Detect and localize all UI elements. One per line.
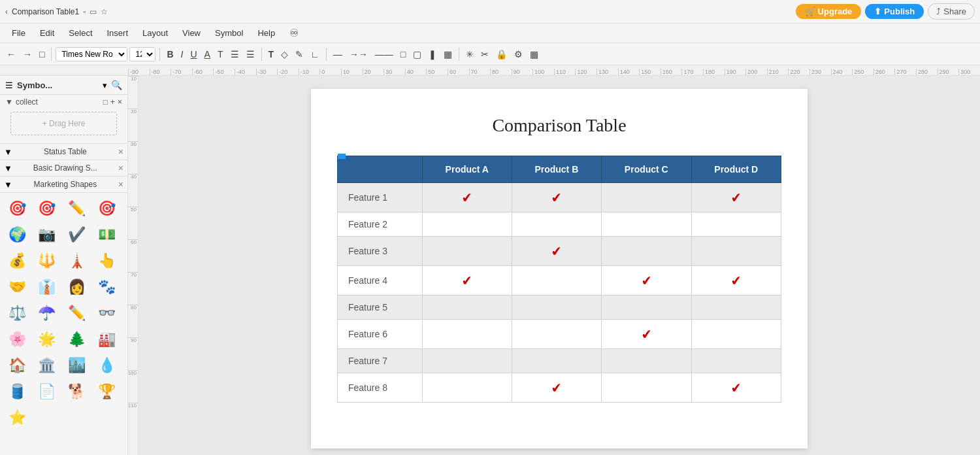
shape-bag[interactable]: 💰 [5, 249, 29, 273]
shape-house[interactable]: 🏠 [5, 354, 29, 377]
shape-trophy[interactable]: 🏆 [95, 380, 118, 403]
shape-barrel[interactable]: 🛢️ [5, 380, 29, 403]
ruler-mark: 0 [319, 69, 341, 75]
ruler-horizontal: -90 -80 -70 -60 -50 -40 -30 -20 -10 0 10… [0, 65, 980, 76]
shape-checkmark[interactable]: ✔️ [65, 223, 89, 246]
text-tool-button[interactable]: T [266, 47, 277, 61]
shape-tree[interactable]: 🌲 [65, 328, 89, 351]
search-icon[interactable]: 🔍 [111, 80, 122, 90]
shape-glasses[interactable]: 👓 [95, 301, 118, 325]
back-icon[interactable]: ‹ [5, 7, 8, 16]
shape-pencil[interactable]: ✏️ [65, 197, 89, 220]
menu-symbol[interactable]: Symbol [208, 26, 250, 40]
shape-fountain[interactable]: 💧 [95, 354, 118, 377]
text-align-button[interactable]: T [215, 47, 226, 61]
shape-target-1[interactable]: 🎯 [5, 197, 29, 220]
shape-pointer[interactable]: 👆 [95, 249, 118, 273]
upgrade-button[interactable]: 🛒 Upgrade [796, 4, 862, 19]
ruler-v-mark: 110 [128, 403, 138, 435]
shape-tool-button[interactable]: ◇ [278, 47, 291, 61]
font-color-button[interactable]: A [202, 47, 213, 61]
shape-umbrella[interactable]: ☂️ [35, 301, 59, 325]
dash-style-button[interactable]: ―― [372, 47, 396, 61]
grid-button[interactable]: ▦ [527, 47, 541, 61]
underline-button[interactable]: U [188, 47, 199, 61]
font-family-select[interactable]: Times New Ro... [56, 47, 127, 61]
collect-expand-window-icon[interactable]: □ [103, 97, 108, 107]
shape-globe[interactable]: 🌍 [5, 223, 29, 246]
shape-sun[interactable]: 🌟 [35, 328, 59, 351]
format-button[interactable]: □ [37, 47, 47, 61]
lock-button[interactable]: 🔒 [493, 47, 510, 61]
shape-money[interactable]: 💵 [95, 223, 118, 246]
star-icon[interactable]: ☆ [101, 7, 108, 16]
menu-layout[interactable]: Layout [136, 26, 174, 40]
shape-target-2[interactable]: 🎯 [35, 197, 59, 220]
shape-paw[interactable]: 🐾 [95, 275, 118, 299]
cell-f7-a [423, 349, 512, 373]
publish-button[interactable]: ⬆ Publish [865, 4, 924, 19]
library-name-marketing[interactable]: Marketing Shapes [33, 180, 97, 189]
shape-pencil-2[interactable]: ✏️ [65, 301, 89, 325]
italic-button[interactable]: I [178, 47, 186, 61]
page-break-button[interactable]: ❚ [426, 47, 439, 61]
expand-icon[interactable]: ▭ [90, 7, 97, 16]
menu-extra[interactable]: ♾ [283, 25, 305, 41]
shape-signpost[interactable]: 🔱 [35, 249, 59, 273]
align-right-button[interactable]: ☰ [244, 47, 257, 61]
collect-add-icon[interactable]: + [110, 97, 115, 107]
library-close-basic[interactable]: × [118, 163, 123, 173]
shape-page[interactable]: 📄 [35, 380, 59, 403]
shape-dog[interactable]: 🐕 [65, 380, 89, 403]
collect-expand-icon[interactable]: ▼ [5, 97, 13, 107]
rounded-style-button[interactable]: ▢ [410, 47, 424, 61]
library-name-basic[interactable]: Basic Drawing S... [33, 163, 97, 173]
shape-handshake[interactable]: 🤝 [5, 275, 29, 299]
table-button[interactable]: ▦ [441, 47, 455, 61]
line-style-button[interactable]: — [331, 47, 345, 61]
library-close-status[interactable]: × [118, 146, 123, 157]
library-name-status[interactable]: Status Table [44, 147, 87, 156]
menu-view[interactable]: View [176, 26, 207, 40]
shape-scale[interactable]: ⚖️ [5, 301, 29, 325]
shape-camera[interactable]: 📷 [35, 223, 59, 246]
arrow-style-button[interactable]: →→ [347, 47, 370, 61]
rect-style-button[interactable]: □ [398, 47, 408, 61]
menu-help[interactable]: Help [251, 26, 282, 40]
share-button[interactable]: ⤴ Share [928, 3, 975, 20]
checkmark-icon: ✔ [730, 189, 742, 205]
settings-button[interactable]: ⚙ [512, 47, 525, 61]
collect-close-icon[interactable]: × [118, 97, 122, 107]
redo-button[interactable]: → [20, 47, 35, 61]
menu-edit[interactable]: Edit [33, 26, 61, 40]
shape-dartboard[interactable]: 🎯 [95, 197, 118, 220]
library-close-marketing[interactable]: × [118, 179, 123, 190]
ruler-mark: 260 [874, 69, 895, 75]
shape-factory[interactable]: 🏭 [95, 328, 118, 351]
shape-skyscraper[interactable]: 🏙️ [65, 354, 89, 377]
menu-insert[interactable]: Insert [101, 26, 135, 40]
bold-button[interactable]: B [164, 47, 176, 61]
shape-flower[interactable]: 🌸 [5, 328, 29, 351]
canvas-area[interactable]: Comparison Table Product A Product B Pro… [139, 76, 980, 455]
undo-button[interactable]: ← [4, 47, 18, 61]
drag-here-area[interactable]: + Drag Here [10, 112, 117, 135]
ruler-mark: 110 [554, 69, 576, 75]
library-expand-icon[interactable]: ▼ [4, 147, 12, 157]
extras-button-1[interactable]: ✳ [463, 47, 476, 61]
menu-select[interactable]: Select [62, 26, 99, 40]
shape-tower[interactable]: 🗼 [65, 249, 89, 273]
connector-tool-button[interactable]: ∟ [308, 47, 322, 61]
extras-button-2[interactable]: ✂ [478, 47, 491, 61]
shape-woman[interactable]: 👩 [65, 275, 89, 299]
menu-file[interactable]: File [5, 26, 32, 40]
library-expand-icon-marketing[interactable]: ▼ [4, 180, 12, 190]
shape-star[interactable]: ⭐ [5, 406, 29, 430]
shape-building[interactable]: 🏛️ [35, 354, 59, 377]
font-size-select[interactable]: 12 [129, 47, 155, 61]
pencil-tool-button[interactable]: ✎ [293, 47, 306, 61]
library-expand-icon-basic[interactable]: ▼ [4, 163, 12, 173]
minimize-icon[interactable]: ▫ [83, 7, 86, 16]
align-left-button[interactable]: ☰ [228, 47, 242, 61]
shape-person[interactable]: 👔 [35, 275, 59, 299]
